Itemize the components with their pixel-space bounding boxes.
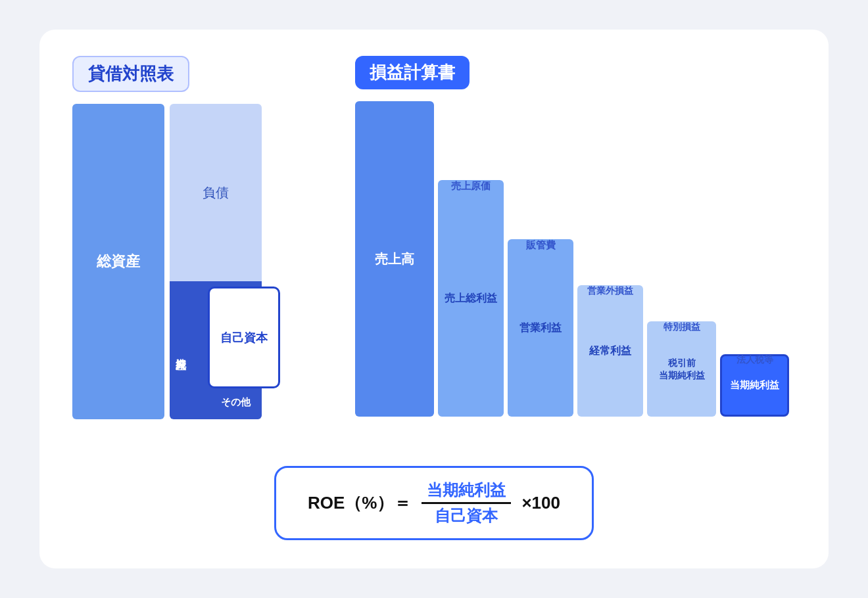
formula-box: ROE（%）＝ 当期純利益 自己資本 ×100 [274,466,594,540]
label-uriagenka: 売上原価 [451,180,491,193]
pl-bar-zeibiki: 特別損益 税引前当期純利益 [647,321,716,417]
pl-bars: 売上高 売上原価 売上総利益 販管費 [355,101,796,417]
bs-bars: 総資産 負債 純資産 自己資本 その他 [72,104,316,419]
formula-prefix: ROE（%）＝ [308,492,411,515]
sonota-label: その他 [209,385,262,419]
formula-section: ROE（%）＝ 当期純利益 自己資本 ×100 [72,463,796,542]
bs-right-col: 負債 純資産 自己資本 その他 [170,104,262,419]
formula-denominator: 自己資本 [429,504,503,526]
pl-bar-eigyo: 販管費 営業利益 [508,239,573,417]
label-hojin: 法人税等 [736,354,773,366]
top-section: 貸借対照表 総資産 負債 純資産 自己資本 [72,56,796,457]
bs-section: 貸借対照表 総資産 負債 純資産 自己資本 [72,56,316,457]
bar-uriagetotal: 売上総利益 [438,180,504,417]
main-card: 貸借対照表 総資産 負債 純資産 自己資本 [39,30,829,568]
bar-fusai: 負債 [170,104,262,281]
label-eigyogai: 営業外損益 [587,285,633,297]
formula-fraction: 当期純利益 自己資本 [422,480,511,526]
pl-bar-uriagedaka: 売上高 [355,101,434,417]
label-hankantsu: 販管費 [526,239,556,252]
bs-title: 貸借対照表 [72,56,189,92]
jikoshihon-box: 自己資本 [208,287,280,388]
label-tokubetsu: 特別損益 [663,321,700,333]
bar-zeibiki: 税引前当期純利益 [647,321,716,417]
pl-title: 損益計算書 [355,56,470,89]
bar-keijo: 経常利益 [577,285,643,417]
junsisan-label: 純資産 [170,281,191,419]
bar-sousisan: 総資産 [72,104,164,419]
bar-uriagedaka: 売上高 [355,101,434,417]
formula-suffix: ×100 [521,493,560,513]
pl-section: 損益計算書 売上高 売上原価 売上総利益 [316,56,796,457]
bar-eigyo: 営業利益 [508,239,573,417]
pl-bar-uriagetotal: 売上原価 売上総利益 [438,180,504,417]
pl-bar-keijo: 営業外損益 経常利益 [577,285,643,417]
pl-bar-touki: 法人税等 当期純利益 [720,354,789,417]
formula-numerator: 当期純利益 [422,480,511,504]
bar-junsisan-container: 純資産 自己資本 その他 [170,281,262,419]
